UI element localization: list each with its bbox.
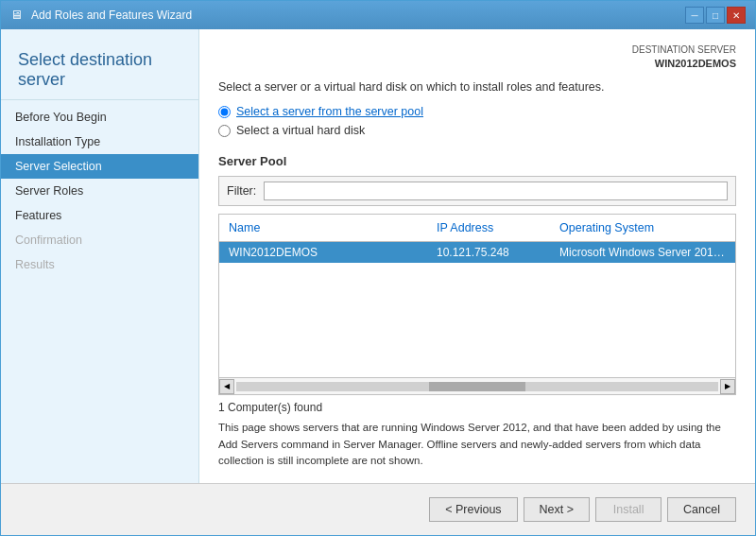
dest-server-info: DESTINATION SERVER WIN2012DEMOS [218,43,736,71]
title-bar-left: 🖥 Add Roles and Features Wizard [10,8,192,23]
col-os[interactable]: Operating System [550,218,735,237]
title-buttons: ─ □ ✕ [685,7,746,24]
next-button[interactable]: Next > [524,497,590,522]
table-row[interactable]: WIN2012DEMOS 10.121.75.248 Microsoft Win… [219,242,735,263]
wizard-window: 🖥 Add Roles and Features Wizard ─ □ ✕ Se… [0,0,756,536]
window-title: Add Roles and Features Wizard [31,9,192,22]
instruction-text: Select a server or a virtual hard disk o… [218,80,736,94]
radio-vhd-label[interactable]: Select a virtual hard disk [236,124,365,137]
table-body: WIN2012DEMOS 10.121.75.248 Microsoft Win… [219,242,735,377]
count-text: 1 Computer(s) found [218,401,736,414]
cell-os: Microsoft Windows Server 2012 Release Ca… [550,242,735,263]
main-content: DESTINATION SERVER WIN2012DEMOS Select a… [199,29,755,483]
content-area: Select destination server Before You Beg… [1,29,755,483]
server-table: Name IP Address Operating System WIN2012… [218,214,736,378]
cell-ip: 10.121.75.248 [427,242,550,263]
col-ip[interactable]: IP Address [427,218,550,237]
filter-input[interactable] [264,182,728,200]
empty-table-area [219,263,735,310]
minimize-button[interactable]: ─ [685,7,704,24]
install-button[interactable]: Install [595,497,662,522]
scroll-left-button[interactable]: ◀ [219,379,234,394]
page-title-area: Select destination server [1,39,198,100]
sidebar-item-confirmation: Confirmation [1,228,198,252]
bottom-bar: < Previous Next > Install Cancel [1,483,755,535]
scrollbar-track[interactable] [236,382,718,391]
sidebar-item-installation-type[interactable]: Installation Type [1,130,198,154]
scroll-right-button[interactable]: ▶ [720,379,735,394]
sidebar: Select destination server Before You Beg… [1,29,199,483]
table-header: Name IP Address Operating System [219,215,735,242]
page-title: Select destination server [18,50,181,90]
filter-label: Filter: [227,184,256,198]
filter-row: Filter: [218,176,736,206]
horizontal-scrollbar[interactable]: ◀ ▶ [218,378,736,395]
maximize-button[interactable]: □ [706,7,725,24]
cell-name: WIN2012DEMOS [219,242,427,263]
dest-server-name: WIN2012DEMOS [218,57,736,71]
server-pool-section-label: Server Pool [218,154,736,168]
radio-server-pool[interactable]: Select a server from the server pool [218,105,736,118]
cancel-button[interactable]: Cancel [667,497,736,522]
radio-vhd[interactable]: Select a virtual hard disk [218,124,736,137]
title-bar: 🖥 Add Roles and Features Wizard ─ □ ✕ [1,1,755,29]
radio-server-pool-label[interactable]: Select a server from the server pool [236,105,423,118]
window-icon: 🖥 [10,8,26,23]
radio-group: Select a server from the server pool Sel… [218,105,736,143]
col-name[interactable]: Name [219,218,427,237]
dest-server-label: DESTINATION SERVER [218,43,736,57]
previous-button[interactable]: < Previous [429,497,517,522]
scrollbar-thumb[interactable] [429,382,525,391]
sidebar-item-server-roles[interactable]: Server Roles [1,179,198,203]
info-text: This page shows servers that are running… [218,420,736,469]
sidebar-item-before-you-begin[interactable]: Before You Begin [1,105,198,130]
sidebar-item-features[interactable]: Features [1,203,198,228]
sidebar-item-server-selection[interactable]: Server Selection [1,154,198,179]
sidebar-item-results: Results [1,252,198,277]
close-button[interactable]: ✕ [727,7,746,24]
